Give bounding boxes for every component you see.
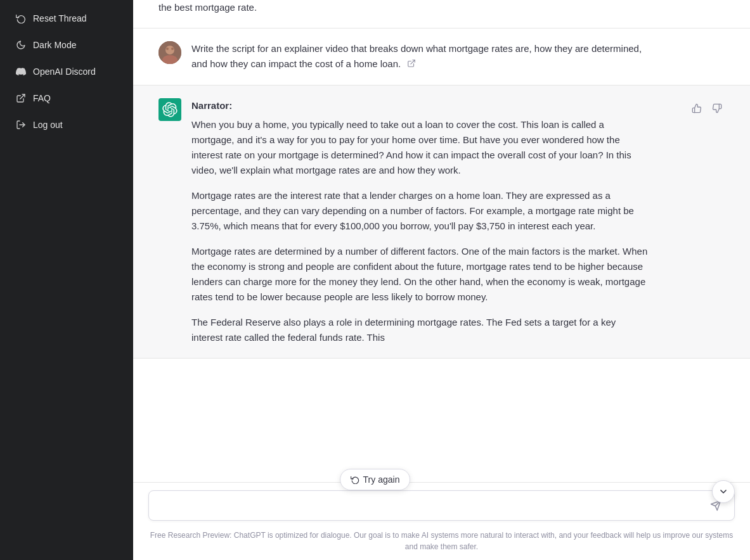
user-avatar xyxy=(158,41,181,64)
narrator-label: Narrator: xyxy=(191,98,648,113)
external-link-user-icon[interactable] xyxy=(407,59,416,70)
reset-icon xyxy=(15,13,27,24)
svg-line-0 xyxy=(20,94,25,99)
sidebar-item-faq[interactable]: FAQ xyxy=(5,86,128,110)
try-again-button[interactable]: Try again xyxy=(340,469,411,490)
user-message-content: Write the script for an explainer video … xyxy=(191,41,648,72)
sidebar-item-openai-discord-label: OpenAI Discord xyxy=(33,67,96,77)
sidebar-item-logout-label: Log out xyxy=(33,120,63,130)
svg-point-3 xyxy=(165,46,174,54)
sidebar: Reset Thread Dark Mode OpenAI Discord FA… xyxy=(0,0,133,560)
ai-message-row: Narrator: When you buy a home, you typic… xyxy=(133,85,750,359)
sidebar-item-dark-mode-label: Dark Mode xyxy=(33,40,76,50)
thumbs-up-button[interactable] xyxy=(689,101,704,116)
ai-avatar xyxy=(158,98,181,121)
ai-paragraph-3: Mortgage rates are determined by a numbe… xyxy=(191,244,648,305)
svg-point-5 xyxy=(166,48,169,50)
input-area xyxy=(133,482,750,526)
sidebar-item-dark-mode[interactable]: Dark Mode xyxy=(5,33,128,57)
svg-line-7 xyxy=(411,60,415,64)
logout-icon xyxy=(15,119,27,130)
discord-icon xyxy=(15,66,27,77)
sidebar-item-logout[interactable]: Log out xyxy=(5,113,128,137)
scroll-bottom-button[interactable] xyxy=(712,480,735,503)
ai-paragraph-2: Mortgage rates are the interest rate tha… xyxy=(191,188,648,234)
ai-paragraph-1: When you buy a home, you typically need … xyxy=(191,117,648,178)
sidebar-item-openai-discord[interactable]: OpenAI Discord xyxy=(5,60,128,84)
user-message-row: Write the script for an explainer video … xyxy=(133,29,750,85)
thumbs-down-button[interactable] xyxy=(709,101,725,116)
sidebar-item-reset-thread[interactable]: Reset Thread xyxy=(5,6,128,30)
chat-input[interactable] xyxy=(159,500,708,511)
partial-top-message: the best mortgage rate. xyxy=(133,0,750,29)
chat-scroll[interactable]: the best mortgage rate. Write the script… xyxy=(133,0,750,482)
moon-icon xyxy=(15,39,27,51)
ai-paragraph-4: The Federal Reserve also plays a role in… xyxy=(191,315,648,345)
main-chat-area: the best mortgage rate. Write the script… xyxy=(133,0,750,560)
sidebar-item-faq-label: FAQ xyxy=(33,93,51,103)
ai-message-actions xyxy=(689,98,725,345)
external-link-icon xyxy=(15,92,27,104)
footer-disclaimer: Free Research Preview: ChatGPT is optimi… xyxy=(133,526,750,560)
input-wrapper xyxy=(148,490,735,521)
sidebar-item-reset-thread-label: Reset Thread xyxy=(33,13,87,23)
svg-point-6 xyxy=(171,48,174,50)
ai-message-content: Narrator: When you buy a home, you typic… xyxy=(191,98,648,345)
